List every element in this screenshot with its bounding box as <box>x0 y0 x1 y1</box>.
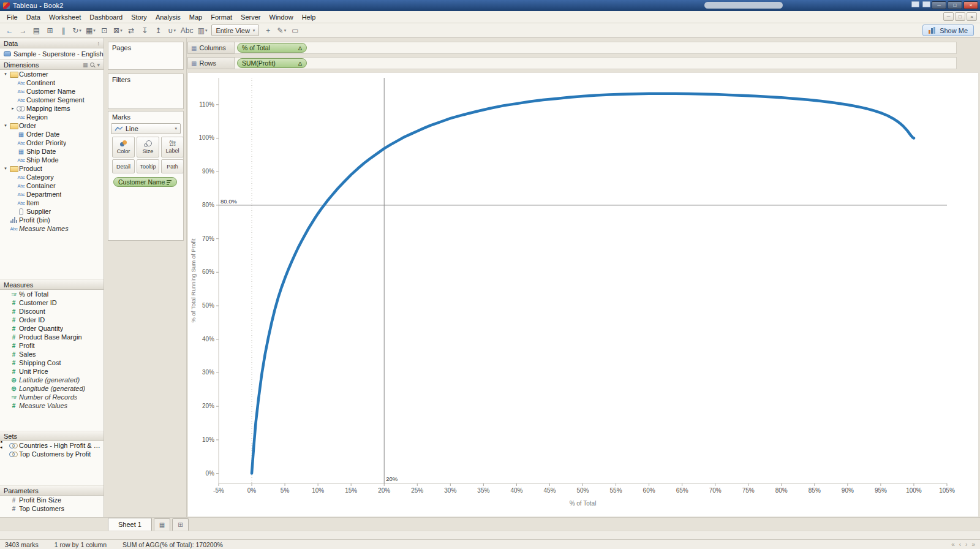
fit-selector[interactable]: Entire View▾ <box>211 25 259 36</box>
columns-pill-pct-of-total[interactable]: % of Total Δ <box>237 43 307 53</box>
workbook-close-button[interactable]: × <box>967 12 977 21</box>
dimension-customer[interactable]: ▾Customer <box>0 70 104 78</box>
dimension-product[interactable]: ▾Product <box>0 164 104 173</box>
toolbar-clear-sheet-button[interactable]: ⊠▾ <box>112 25 124 36</box>
measure-longitude-generated[interactable]: Longitude (generated) <box>0 384 104 393</box>
measure-customer-id[interactable]: Customer ID <box>0 298 104 307</box>
menu-analysis[interactable]: Analysis <box>151 12 185 22</box>
dimension-order-date[interactable]: Order Date <box>0 130 104 138</box>
parameter-profit-bin-size[interactable]: Profit Bin Size <box>0 496 104 504</box>
measure-order-quantity[interactable]: Order Quantity <box>0 324 104 333</box>
marks-path-button[interactable]: Path <box>161 159 184 173</box>
toolbar-new-worksheet-button[interactable]: ▦▾ <box>85 25 97 36</box>
toolbar-fix-axes-button[interactable]: + <box>262 25 274 36</box>
measure-profit[interactable]: Profit <box>0 341 104 350</box>
rows-shelf-body[interactable]: SUM(Profit) Δ <box>235 57 957 69</box>
menu-data[interactable]: Data <box>22 12 45 22</box>
measure-discount[interactable]: Discount <box>0 307 104 316</box>
search-icon[interactable] <box>90 62 94 67</box>
toolbar-highlight-button[interactable]: ✎▾ <box>276 25 287 36</box>
menu-window[interactable]: Window <box>265 12 298 22</box>
measure-product-base-margin[interactable]: Product Base Margin <box>0 333 104 341</box>
titlebar-extra-icon[interactable] <box>922 1 930 7</box>
menu-dashboard[interactable]: Dashboard <box>85 12 127 22</box>
dimension-department[interactable]: Department <box>0 190 104 199</box>
menu-server[interactable]: Server <box>236 12 265 22</box>
dimension-customer-name[interactable]: Customer Name <box>0 87 104 96</box>
toolbar-fit-button[interactable]: ▥▾ <box>197 25 209 36</box>
collapse-icon[interactable]: ▾ <box>2 123 9 128</box>
marks-detail-button[interactable]: Detail <box>112 159 135 173</box>
set-countries-high-profit-sales[interactable]: Countries - High Profit & Sales <box>0 441 104 450</box>
chevron-down-icon[interactable]: ▾ <box>97 62 100 68</box>
menu-help[interactable]: Help <box>298 12 320 22</box>
workbook-restore-button[interactable]: □ <box>955 12 965 21</box>
mark-type-dropdown[interactable]: Line ▾ <box>111 123 181 134</box>
toolbar-connect-to-data-button[interactable]: ⊞ <box>44 25 56 36</box>
measure-sales[interactable]: Sales <box>0 350 104 358</box>
dimension-continent[interactable]: Continent <box>0 78 104 87</box>
measure-of-total[interactable]: % of Total <box>0 290 104 298</box>
dimension-container[interactable]: Container <box>0 181 104 190</box>
measure-unit-price[interactable]: Unit Price <box>0 367 104 376</box>
measure-order-id[interactable]: Order ID <box>0 316 104 324</box>
rows-pill-sum-profit[interactable]: SUM(Profit) Δ <box>237 58 307 68</box>
toolbar-group-members-button[interactable]: ∪▾ <box>166 25 178 36</box>
set-top-customers-by-profit[interactable]: Top Customers by Profit <box>0 450 104 458</box>
page-nav-icon-1[interactable]: ‹ <box>959 541 961 548</box>
toolbar-forward-button[interactable]: → <box>17 25 29 36</box>
menu-format[interactable]: Format <box>206 12 236 22</box>
toolbar-back-button[interactable]: ← <box>4 25 15 36</box>
marks-pill-customer-name[interactable]: Customer Name <box>113 177 177 187</box>
marks-size-button[interactable]: Size <box>137 137 159 157</box>
measure-shipping-cost[interactable]: Shipping Cost <box>0 358 104 367</box>
dimension-mapping-items[interactable]: ▸Mapping items <box>0 104 104 113</box>
dimension-supplier[interactable]: Supplier <box>0 207 104 216</box>
dimension-order-priority[interactable]: Order Priority <box>0 138 104 147</box>
workbook-minimize-button[interactable]: ─ <box>943 12 954 21</box>
dimension-profit-bin[interactable]: Profit (bin) <box>0 216 104 224</box>
toolbar-save-button[interactable]: ▤ <box>31 25 42 36</box>
new-dashboard-tab-button[interactable]: ⊞ <box>172 518 189 531</box>
pages-card[interactable]: Pages <box>108 42 184 70</box>
page-nav-icon-0[interactable]: « <box>951 541 955 548</box>
close-button[interactable]: × <box>963 1 978 9</box>
dimension-ship-mode[interactable]: Ship Mode <box>0 156 104 164</box>
horizontal-scrollbar[interactable] <box>0 531 980 539</box>
collapse-icon[interactable]: ▾ <box>2 166 9 171</box>
measure-measure-values[interactable]: Measure Values <box>0 401 104 410</box>
sort-descending-icon[interactable] <box>167 180 172 185</box>
dimension-order[interactable]: ▾Order <box>0 121 104 130</box>
dimension-item[interactable]: Item <box>0 199 104 207</box>
collapse-icon[interactable]: ▾ <box>2 72 9 77</box>
toolbar-duplicate-sheet-button[interactable]: ⊡ <box>99 25 110 36</box>
toolbar-swap-rows-and-columns-button[interactable]: ⇄ <box>126 25 137 36</box>
restore-button[interactable]: □ <box>948 1 962 9</box>
toolbar-presentation-mode-button[interactable]: ▭ <box>289 25 301 36</box>
expand-icon[interactable]: ▸ <box>10 106 16 111</box>
dimension-ship-date[interactable]: Ship Date <box>0 147 104 156</box>
filters-card[interactable]: Filters <box>108 74 184 109</box>
menu-file[interactable]: File <box>2 12 22 22</box>
marks-color-button[interactable]: Color <box>112 137 135 157</box>
tab-sheet-1[interactable]: Sheet 1 <box>108 518 152 531</box>
pareto-curve[interactable] <box>252 94 914 474</box>
toolbar-pause-auto-updates-button[interactable]: ∥ <box>58 25 69 36</box>
page-nav-icon-3[interactable]: » <box>971 541 975 548</box>
menu-story[interactable]: Story <box>127 12 151 22</box>
dimension-region[interactable]: Region <box>0 113 104 121</box>
marks-tooltip-button[interactable]: Tooltip <box>137 159 159 173</box>
collapse-pane-icon[interactable]: ◂◂ <box>0 439 2 450</box>
dimension-customer-segment[interactable]: Customer Segment <box>0 96 104 104</box>
toolbar-sort-ascending-button[interactable]: ↧ <box>139 25 151 36</box>
dimension-category[interactable]: Category <box>0 173 104 181</box>
menu-map[interactable]: Map <box>185 12 206 22</box>
menu-worksheet[interactable]: Worksheet <box>45 12 85 22</box>
view-data-icon[interactable]: ▦ <box>83 62 88 68</box>
measure-latitude-generated[interactable]: Latitude (generated) <box>0 376 104 384</box>
titlebar-extra-icon[interactable] <box>911 1 919 7</box>
toolbar-show-mark-labels-button[interactable]: Abc <box>179 25 195 36</box>
show-me-button[interactable]: Show Me <box>922 25 974 36</box>
datasource-item[interactable]: Sample - Superstore - English... <box>0 48 104 59</box>
marks-label-button[interactable]: Label <box>161 137 184 157</box>
